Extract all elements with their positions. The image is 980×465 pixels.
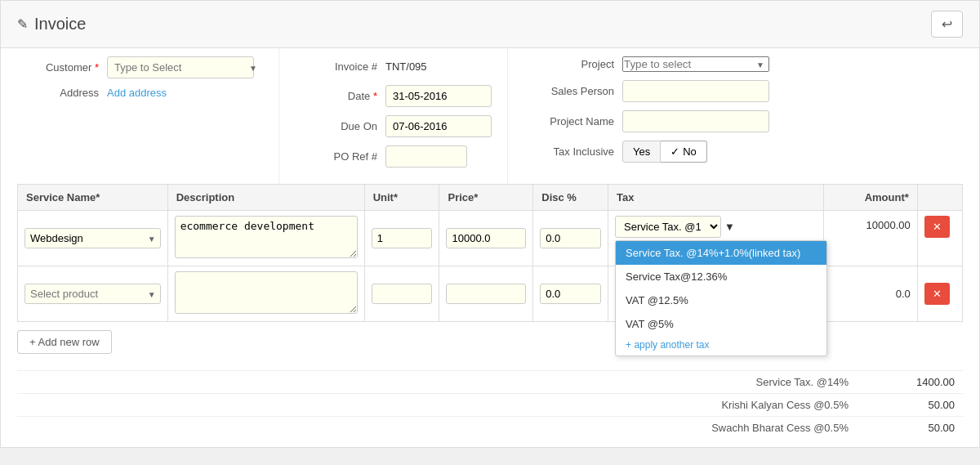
tax-option-1[interactable]: Service Tax. @14%+1.0%(linked tax) [616,241,826,265]
row1-disc-input[interactable]: 0.0 [540,228,601,248]
project-label: Project [524,58,622,70]
tax-option-4[interactable]: VAT @5% [616,312,826,336]
apply-another-tax-link[interactable]: + apply another tax [616,336,826,355]
summary-row-3-spacer [17,417,585,440]
row2-price-cell [439,266,533,322]
row1-delete-cell: ✕ [917,211,962,266]
address-row: Address Add address [17,87,262,99]
tax-option-2[interactable]: Service Tax@12.36% [616,265,826,288]
po-ref-input[interactable] [385,145,467,168]
tax-inclusive-yes-button[interactable]: Yes [622,141,661,163]
invoice-page: ✎ Invoice ↩ Customer * Address Add addre… [0,0,980,448]
project-row: Project [524,56,963,72]
back-button[interactable]: ↩ [931,11,963,38]
invoice-number-label: Invoice # [296,60,385,73]
due-on-input-wrapper [385,115,492,137]
date-input-wrapper [385,85,492,107]
summary-row-2: Krishi Kalyan Cess @0.5% 50.00 [17,394,963,417]
customer-select-wrapper [107,56,262,78]
row1-description-cell: ecommerce development [167,211,364,266]
row1-amount-cell: 10000.00 [824,211,918,266]
row1-service-cell: Webdesign [18,211,168,266]
row1-service-input[interactable]: Webdesign [24,228,161,248]
summary-row-3-value: 50.00 [881,417,963,440]
add-address-link[interactable]: Add address [107,87,167,99]
checkmark-icon: ✓ [670,145,679,158]
row1-description-textarea[interactable]: ecommerce development [175,216,358,258]
tax-option-3[interactable]: VAT @12.5% [616,288,826,312]
row2-price-input[interactable] [446,284,526,304]
summary-row-1-label: Service Tax. @14% [585,371,881,394]
tax-dropdown-menu: Service Tax. @14%+1.0%(linked tax) Servi… [615,240,827,356]
customer-label: Customer * [17,61,107,74]
tax-inclusive-toggle: Yes ✓ No [622,141,707,163]
project-name-input[interactable] [622,110,769,132]
address-label: Address [17,87,107,99]
row2-description-cell [167,266,364,322]
row1-amount-value: 10000.00 [866,219,911,231]
col-service-name: Service Name* [18,185,168,211]
row1-service-wrapper: Webdesign [24,228,161,248]
table-row: Webdesign ecommerce development 1 10000.… [18,211,963,266]
row1-price-input[interactable]: 10000.0 [446,228,526,248]
summary-row-1: Service Tax. @14% 1400.00 [17,371,963,394]
customer-row: Customer * [17,56,262,78]
row2-unit-input[interactable] [372,284,433,304]
summary-row-3: Swachh Bharat Cess @0.5% 50.00 [17,417,963,440]
row1-delete-button[interactable]: ✕ [924,216,950,238]
col-tax: Tax [608,185,824,211]
row2-delete-cell: ✕ [917,266,962,322]
add-row-button[interactable]: + Add new row [17,330,112,354]
form-fields: Customer * Address Add address Invoice #… [1,48,979,184]
date-row: Date * [296,85,491,107]
customer-input[interactable] [107,56,254,78]
date-input[interactable] [385,85,492,107]
tax-select[interactable]: Service Tax. @1 [615,216,721,238]
row1-unit-input[interactable]: 1 [372,228,433,248]
row2-disc-cell: 0.0 [533,266,608,322]
po-ref-label: PO Ref # [296,150,385,163]
tax-inclusive-no-button[interactable]: ✓ No [661,141,707,163]
row2-delete-button[interactable]: ✕ [924,283,950,305]
table-header: Service Name* Description Unit* Price* D… [18,185,963,211]
project-input[interactable] [622,56,769,72]
row2-unit-cell [364,266,439,322]
summary-row-1-value: 1400.00 [881,371,963,394]
invoice-table: Service Name* Description Unit* Price* D… [17,184,963,322]
row1-unit-cell: 1 [364,211,439,266]
tax-select-row: Service Tax. @1 ▼ [615,216,817,238]
summary-row-3-label: Swachh Bharat Cess @0.5% [585,417,881,440]
mid-column: Invoice # TNT/095 Date * Due On PO Ref # [278,48,507,184]
po-ref-input-wrapper [385,145,491,168]
invoice-number-value: TNT/095 [385,56,491,77]
row2-service-input[interactable] [24,284,161,304]
col-action [917,185,962,211]
project-name-label: Project Name [524,115,622,127]
row2-description-textarea[interactable] [175,271,358,314]
summary-row-1-spacer [17,371,585,394]
summary-row-2-spacer [17,394,585,417]
table-body: Webdesign ecommerce development 1 10000.… [18,211,963,322]
edit-icon: ✎ [17,16,28,32]
tax-dropdown-container: Service Tax. @1 ▼ Service Tax. @14%+1.0%… [615,216,817,238]
col-unit: Unit* [364,185,439,211]
sales-person-row: Sales Person [524,80,963,102]
row2-disc-input[interactable]: 0.0 [540,284,601,304]
po-ref-row: PO Ref # [296,145,491,168]
tax-inclusive-row: Tax Inclusive Yes ✓ No [524,141,963,163]
date-label: Date * [296,90,385,102]
page-title: Invoice [34,15,86,34]
row2-service-cell [18,266,168,322]
summary-row-2-label: Krishi Kalyan Cess @0.5% [585,394,881,417]
tax-dropdown-arrow: ▼ [724,221,735,233]
page-header: ✎ Invoice ↩ [1,1,979,48]
row1-disc-cell: 0.0 [533,211,608,266]
summary-table: Service Tax. @14% 1400.00 Krishi Kalyan … [17,370,963,439]
tax-inclusive-label: Tax Inclusive [524,145,622,158]
sales-person-label: Sales Person [524,85,622,97]
due-on-row: Due On [296,115,491,137]
left-column: Customer * Address Add address [1,48,278,184]
due-on-input[interactable] [385,115,492,137]
project-name-input-wrapper [622,110,963,132]
sales-person-input[interactable] [622,80,769,102]
